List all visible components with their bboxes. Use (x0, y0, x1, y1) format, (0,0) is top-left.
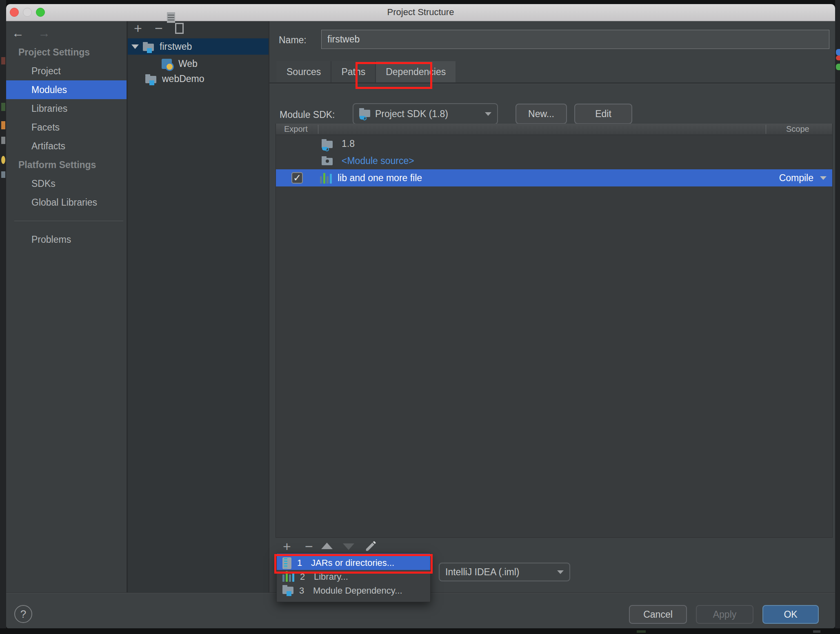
sidebar-item-project[interactable]: Project (6, 62, 127, 80)
sidebar-divider (14, 221, 123, 221)
menu-item-label: Library... (314, 572, 348, 582)
tree-item-web[interactable]: Web (128, 55, 269, 72)
menu-item-number: 1 (297, 558, 311, 568)
tree-toolbar: + − (128, 21, 269, 38)
sdk-new-button[interactable]: New... (516, 104, 567, 124)
remove-module-icon[interactable]: − (155, 21, 163, 35)
module-sdk-label: Module SDK: (280, 109, 335, 120)
dependencies-table: Export Scope 1.8 <Module source> ✓ lib a… (276, 124, 833, 538)
cancel-button[interactable]: Cancel (629, 605, 687, 624)
module-icon (145, 74, 156, 83)
menu-item-library[interactable]: 2 Library... (277, 570, 430, 584)
collapse-arrow-icon[interactable] (131, 44, 139, 49)
jar-icon (282, 557, 291, 569)
table-row-library[interactable]: ✓ lib and one more file Compile (276, 169, 832, 186)
table-header: Export Scope (276, 124, 832, 135)
chevron-down-icon (820, 176, 827, 180)
name-input[interactable] (321, 30, 829, 49)
tree-item-webdemo[interactable]: webDemo (128, 71, 269, 87)
back-icon[interactable]: ← (12, 26, 24, 40)
chevron-down-icon (485, 112, 491, 116)
menu-item-number: 3 (299, 585, 313, 596)
library-icon (282, 572, 294, 582)
library-icon (320, 173, 332, 184)
dependency-label: lib and one more file (338, 173, 422, 184)
jdk-icon (322, 139, 333, 148)
add-dependency-icon[interactable]: + (283, 539, 291, 553)
tree-item-label: firstweb (160, 41, 192, 52)
tab-bar: Sources Paths Dependencies (277, 61, 456, 82)
tree-item-label: Web (178, 58, 198, 69)
menu-item-jars-or-directories[interactable]: 1 JARs or directories... (277, 556, 430, 570)
remove-dependency-icon[interactable]: − (305, 539, 313, 553)
tab-sources[interactable]: Sources (277, 61, 331, 82)
module-format-combo[interactable]: IntelliJ IDEA (.iml) (439, 563, 570, 581)
sidebar-item-modules[interactable]: Modules (6, 80, 127, 99)
module-tree-panel: + − firstweb Web webDemo (127, 21, 269, 592)
sdk-edit-button[interactable]: Edit (574, 104, 632, 124)
window-title: Project Structure (6, 7, 835, 18)
section-project-settings: Project Settings (6, 43, 127, 62)
forward-icon: → (38, 26, 50, 40)
section-platform-settings: Platform Settings (6, 155, 127, 174)
sidebar-item-artifacts[interactable]: Artifacts (6, 137, 127, 155)
dependency-label: <Module source> (342, 155, 414, 166)
folder-icon (322, 156, 333, 165)
background-right-strip (835, 0, 840, 634)
add-dependency-popup: 1 JARs or directories... 2 Library... 3 … (276, 553, 431, 602)
export-checkbox[interactable]: ✓ (291, 172, 303, 184)
sidebar-item-facets[interactable]: Facets (6, 118, 127, 137)
move-up-icon[interactable] (321, 543, 333, 549)
name-label: Name: (279, 35, 307, 46)
module-sdk-value: Project SDK (1.8) (375, 109, 448, 120)
module-icon (282, 585, 293, 594)
scope-combo[interactable]: Compile (779, 173, 827, 184)
sidebar-item-libraries[interactable]: Libraries (6, 99, 127, 118)
move-down-icon (343, 543, 354, 550)
web-module-icon (162, 59, 172, 69)
add-module-icon[interactable]: + (134, 21, 142, 35)
sidebar-item-sdks[interactable]: SDKs (6, 174, 127, 193)
sidebar-item-global-libraries[interactable]: Global Libraries (6, 193, 127, 212)
project-structure-dialog: Project Structure ← → Project Settings P… (6, 4, 835, 628)
column-export[interactable]: Export (284, 124, 308, 134)
scope-value: Compile (779, 173, 813, 184)
menu-item-label: JARs or directories... (311, 558, 394, 568)
background-bottom-strip (0, 628, 840, 634)
tab-dependencies[interactable]: Dependencies (376, 61, 456, 82)
module-icon (143, 42, 154, 51)
tree-item-firstweb[interactable]: firstweb (128, 38, 269, 55)
tab-paths[interactable]: Paths (331, 61, 376, 82)
menu-item-module-dependency[interactable]: 3 Module Dependency... (277, 584, 430, 598)
background-left-strip (0, 0, 6, 634)
jdk-icon (359, 108, 370, 117)
dependency-label: 1.8 (342, 138, 355, 149)
apply-button[interactable]: Apply (696, 605, 753, 624)
menu-item-label: Module Dependency... (313, 585, 402, 596)
column-scope[interactable]: Scope (786, 124, 809, 134)
title-bar[interactable]: Project Structure (6, 4, 835, 21)
sidebar-item-problems[interactable]: Problems (6, 230, 127, 249)
menu-item-number: 2 (300, 572, 314, 582)
edit-pencil-icon[interactable] (364, 540, 377, 554)
chevron-down-icon (557, 570, 564, 574)
module-format-value: IntelliJ IDEA (.iml) (445, 567, 519, 578)
tree-item-label: webDemo (162, 73, 204, 84)
table-row-module-source[interactable]: <Module source> (276, 152, 832, 169)
ok-button[interactable]: OK (762, 605, 819, 624)
settings-sidebar: ← → Project Settings Project Modules Lib… (6, 21, 127, 592)
module-sdk-combo[interactable]: Project SDK (1.8) (353, 103, 498, 124)
help-icon[interactable]: ? (14, 605, 32, 623)
tab-underline (269, 82, 835, 84)
table-row-jdk[interactable]: 1.8 (276, 135, 832, 152)
